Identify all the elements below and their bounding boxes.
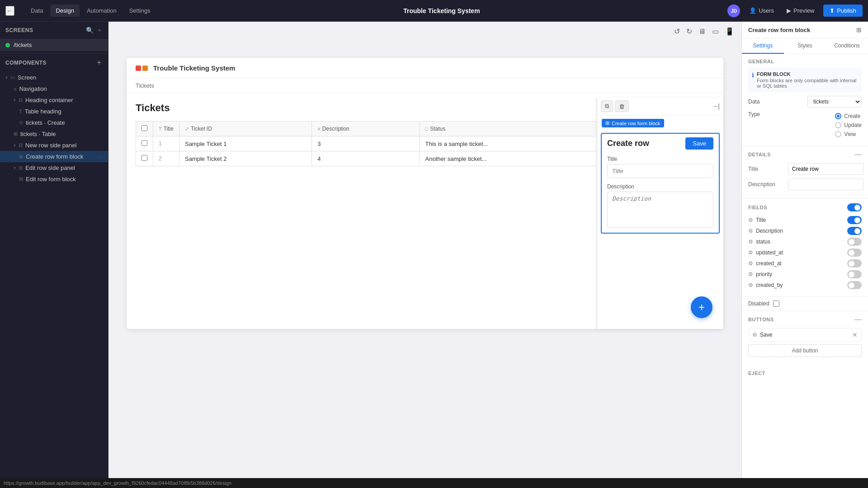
fields-section: Fields ⚙ Title ⚙ Description — [742, 199, 868, 297]
search-screens-button[interactable]: 🔍 — [86, 26, 94, 34]
desktop-view-button[interactable]: 🖥 — [697, 26, 708, 38]
panel-grid-icon: ⊞ — [856, 26, 862, 33]
tablet-view-button[interactable]: ▭ — [710, 25, 721, 38]
preview-button[interactable]: ▶ Preview — [783, 5, 818, 16]
create-row-side-panel: ⧉ 🗑 →| ⊞ Create row form block Create ro… — [597, 98, 723, 329]
app-preview: Trouble Ticketing System Tickets Tickets… — [127, 58, 723, 329]
row-title: Sample Ticket 1 — [179, 136, 311, 151]
create-icon: ⊙ — [19, 120, 23, 126]
buttons-collapse-button[interactable]: — — [854, 315, 862, 324]
priority-field-toggle[interactable] — [847, 270, 862, 278]
screens-title: Screens — [5, 27, 33, 33]
tree-item-tickets-create[interactable]: ⊙ tickets · Create — [0, 117, 108, 128]
screen-item-tickets[interactable]: /tickets — [0, 39, 108, 51]
text-icon: T — [19, 109, 22, 114]
tree-item-heading-container[interactable]: ▾ ⊟ Heading container — [0, 94, 108, 106]
radio-view[interactable]: View — [835, 131, 862, 137]
more-options-icon[interactable]: ··· — [98, 154, 103, 160]
tab-conditions[interactable]: Conditions — [826, 38, 868, 54]
type-radio-group: Create Update View — [835, 113, 862, 137]
left-sidebar: Screens 🔍 ＋ /tickets Components ＋ ▾ ▭ Sc… — [0, 22, 108, 488]
row-checkbox[interactable] — [142, 140, 147, 146]
details-title: DETAILS — [748, 152, 771, 157]
delete-button[interactable]: 🗑 — [615, 100, 629, 112]
container-icon: ⊟ — [19, 97, 23, 103]
app-title: Trouble Ticketing System — [163, 7, 720, 14]
form-block-icon: ⊞ — [605, 120, 609, 126]
data-field-row: Data tickets — [748, 96, 862, 108]
detail-desc-input[interactable] — [788, 178, 864, 190]
fields-all-toggle[interactable] — [847, 203, 862, 211]
tab-settings[interactable]: Settings — [124, 5, 156, 17]
mobile-view-button[interactable]: 📱 — [723, 25, 736, 38]
tab-design[interactable]: Design — [50, 5, 79, 17]
tree-item-label: Screen — [18, 74, 103, 81]
field-gear-icon[interactable]: ⚙ — [748, 217, 753, 223]
status-field-toggle[interactable] — [847, 238, 862, 246]
field-gear-icon[interactable]: ⚙ — [748, 228, 753, 234]
duplicate-button[interactable]: ⧉ — [601, 100, 613, 112]
title-field-input[interactable] — [607, 164, 713, 178]
created-at-field-toggle[interactable] — [847, 259, 862, 267]
tree-item-label: Table heading — [25, 108, 103, 115]
description-field-toggle[interactable] — [847, 227, 862, 235]
detail-desc-label: Description — [748, 181, 784, 188]
radio-create[interactable]: Create — [835, 113, 862, 119]
save-form-button[interactable]: Save — [685, 137, 713, 150]
radio-update[interactable]: Update — [835, 122, 862, 128]
disabled-checkbox[interactable] — [773, 300, 779, 307]
tab-settings[interactable]: Settings — [742, 38, 784, 54]
created-by-field-toggle[interactable] — [847, 281, 862, 289]
panel-collapse-button[interactable]: →| — [712, 103, 720, 110]
add-component-button[interactable]: ＋ — [95, 58, 103, 67]
publish-button[interactable]: ⬆ Publish — [823, 5, 863, 17]
tree-item-new-row-side-panel[interactable]: ▾ ⊟ New row side panel — [0, 140, 108, 151]
tree-item-edit-row-form-block[interactable]: ⊞ Edit row form block — [0, 174, 108, 185]
form-icon: ⊞ — [19, 176, 23, 182]
select-all-checkbox[interactable] — [142, 125, 147, 131]
field-gear-icon[interactable]: ⚙ — [748, 271, 753, 277]
field-gear-icon[interactable]: ⚙ — [748, 249, 753, 256]
details-collapse-button[interactable]: — — [854, 150, 862, 159]
add-screen-button[interactable]: ＋ — [96, 26, 103, 34]
right-panel-title: Create row form block — [748, 27, 810, 33]
row-description: This is a sample ticket... — [420, 136, 604, 151]
field-toggle-priority: ⚙ priority — [748, 270, 862, 278]
detail-title-input[interactable] — [788, 163, 864, 175]
tree-item-table-heading[interactable]: T Table heading — [0, 106, 108, 117]
data-select[interactable]: tickets — [807, 96, 862, 108]
fab-add-button[interactable]: + — [691, 296, 712, 318]
form-block-info: ℹ FORM BLOCK Form blocks are only compat… — [748, 68, 862, 92]
redo-button[interactable]: ↻ — [684, 25, 694, 38]
field-gear-icon[interactable]: ⚙ — [748, 282, 753, 288]
tab-data[interactable]: Data — [25, 5, 48, 17]
title-field-toggle[interactable] — [847, 216, 862, 224]
delete-save-button[interactable]: ✕ — [852, 331, 858, 338]
back-button[interactable]: ← — [5, 6, 14, 16]
table-header-status: □Status — [420, 122, 604, 136]
field-gear-icon[interactable]: ⚙ — [748, 239, 753, 245]
button-gear-icon[interactable]: ⚙ — [752, 332, 757, 338]
create-row-form: Create row Save Title Description — [601, 133, 720, 234]
field-gear-icon[interactable]: ⚙ — [748, 260, 753, 267]
tab-automation[interactable]: Automation — [81, 5, 122, 17]
tree-item-edit-row-side-panel[interactable]: ▾ ⊟ Edit row side panel — [0, 162, 108, 174]
table-icon: ⊞ — [14, 131, 18, 137]
description-field-textarea[interactable] — [607, 192, 713, 228]
tree-item-create-row-form-block[interactable]: ⊞ Create row form block ··· — [0, 151, 108, 162]
field-toggle-created-by: ⚙ created_by — [748, 281, 862, 289]
disabled-label: Disabled — [748, 300, 769, 307]
row-checkbox[interactable] — [142, 155, 147, 161]
tab-styles[interactable]: Styles — [784, 38, 826, 54]
radio-create-circle — [835, 113, 841, 119]
panel-tools: ⧉ 🗑 — [601, 100, 629, 112]
users-button[interactable]: 👤 Users — [745, 5, 778, 16]
save-button-row: ⚙ Save ✕ — [748, 328, 862, 342]
tree-item-navigation[interactable]: ≡ Navigation — [0, 83, 108, 94]
updated-at-field-toggle[interactable] — [847, 249, 862, 257]
user-avatar[interactable]: JD — [727, 5, 740, 17]
add-button-button[interactable]: Add button — [748, 344, 862, 357]
tree-item-tickets-table[interactable]: ⊞ tickets · Table — [0, 128, 108, 140]
tree-item-screen[interactable]: ▾ ▭ Screen — [0, 72, 108, 83]
undo-button[interactable]: ↺ — [672, 25, 682, 38]
